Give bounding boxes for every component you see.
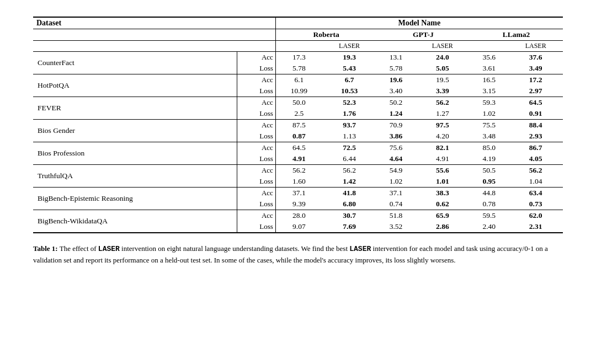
data-cell: 1.76 [322,108,377,120]
data-cell: 52.3 [322,97,377,109]
dataset-name: TruthfulQA [33,165,237,188]
data-cell: 50.2 [376,97,415,109]
data-cell: 64.5 [275,142,322,154]
data-cell: 0.62 [416,199,470,210]
data-cell: 4.19 [470,153,508,165]
main-container: Dataset Model Name Roberta GPT-J LLama2 … [33,17,563,266]
metric-label: Loss [237,108,275,120]
data-cell: 56.2 [322,165,377,176]
metric-label: Acc [237,74,275,86]
data-cell: 1.01 [416,176,470,188]
caption-text2: intervention on eight natural language u… [120,244,349,253]
data-cell: 17.3 [275,52,322,63]
data-cell: 64.5 [508,97,563,109]
metric-label: Acc [237,120,275,131]
data-cell: 59.3 [470,97,508,109]
data-cell: 50.5 [470,165,508,176]
data-cell: 54.9 [376,165,415,176]
model-gptj-header: GPT-J [376,29,470,41]
metric-label: Acc [237,142,275,154]
data-cell: 3.49 [508,63,563,74]
data-cell: 63.4 [508,188,563,199]
data-cell: 13.1 [376,52,415,63]
data-cell: 6.44 [322,153,377,165]
dataset-name: FEVER [33,97,237,120]
data-cell: 19.3 [322,52,377,63]
data-cell: 6.80 [322,199,377,210]
data-cell: 3.86 [376,131,415,142]
data-cell: 56.2 [416,97,470,109]
data-cell: 3.15 [470,85,508,97]
data-cell: 3.61 [470,63,508,74]
data-cell: 9.07 [275,221,322,233]
data-cell: 10.99 [275,85,322,97]
data-cell: 86.7 [508,142,563,154]
metric-label: Acc [237,210,275,222]
data-cell: 87.5 [275,120,322,131]
data-cell: 10.53 [322,85,377,97]
data-cell: 37.1 [376,188,415,199]
data-cell: 4.64 [376,153,415,165]
dataset-name: HotPotQA [33,74,237,97]
roberta-laser-label: LASER [322,41,377,52]
caption-text1: The effect of [60,244,98,253]
metric-label: Loss [237,199,275,210]
caption-laser1: LASER [98,245,120,253]
data-cell: 1.04 [508,176,563,188]
data-cell: 65.9 [416,210,470,222]
llama2-base-label [470,41,508,52]
data-cell: 1.24 [376,108,415,120]
data-cell: 59.5 [470,210,508,222]
data-cell: 3.52 [376,221,415,233]
data-cell: 38.3 [416,188,470,199]
data-cell: 1.13 [322,131,377,142]
model-roberta-header: Roberta [275,29,376,41]
data-cell: 16.5 [470,74,508,86]
data-cell: 7.69 [322,221,377,233]
data-cell: 0.74 [376,199,415,210]
data-cell: 97.5 [416,120,470,131]
data-cell: 28.0 [275,210,322,222]
data-cell: 5.78 [275,63,322,74]
data-cell: 2.97 [508,85,563,97]
data-cell: 6.1 [275,74,322,86]
data-cell: 1.42 [322,176,377,188]
data-cell: 2.40 [470,221,508,233]
metric-label: Loss [237,63,275,74]
metric-label: Acc [237,97,275,109]
dataset-name: Bios Profession [33,142,237,165]
caption-laser2: LASER [349,245,371,253]
data-cell: 5.05 [416,63,470,74]
data-cell: 88.4 [508,120,563,131]
data-cell: 5.78 [376,63,415,74]
col-model-name-header: Model Name [275,17,563,29]
data-cell: 0.95 [470,176,508,188]
gptj-base-label [376,41,415,52]
data-cell: 1.27 [416,108,470,120]
metric-label: Acc [237,165,275,176]
data-cell: 24.0 [416,52,470,63]
col-dataset-header: Dataset [33,17,275,29]
data-cell: 35.6 [470,52,508,63]
data-cell: 41.8 [322,188,377,199]
data-cell: 6.7 [322,74,377,86]
gptj-laser-label: LASER [416,41,470,52]
data-cell: 17.2 [508,74,563,86]
data-cell: 1.02 [376,176,415,188]
data-cell: 19.5 [416,74,470,86]
model-llama2-header: LLama2 [470,29,563,41]
data-cell: 2.5 [275,108,322,120]
data-cell: 75.5 [470,120,508,131]
dataset-name: Bios Gender [33,120,237,142]
dataset-name: CounterFact [33,52,237,74]
data-cell: 1.02 [470,108,508,120]
data-cell: 37.1 [275,188,322,199]
data-cell: 4.91 [275,153,322,165]
data-cell: 82.1 [416,142,470,154]
data-cell: 70.9 [376,120,415,131]
caption-label: Table 1: [33,244,58,253]
data-cell: 9.39 [275,199,322,210]
metric-label: Acc [237,188,275,199]
data-cell: 50.0 [275,97,322,109]
dataset-name: BigBench-Epistemic Reasoning [33,188,237,210]
